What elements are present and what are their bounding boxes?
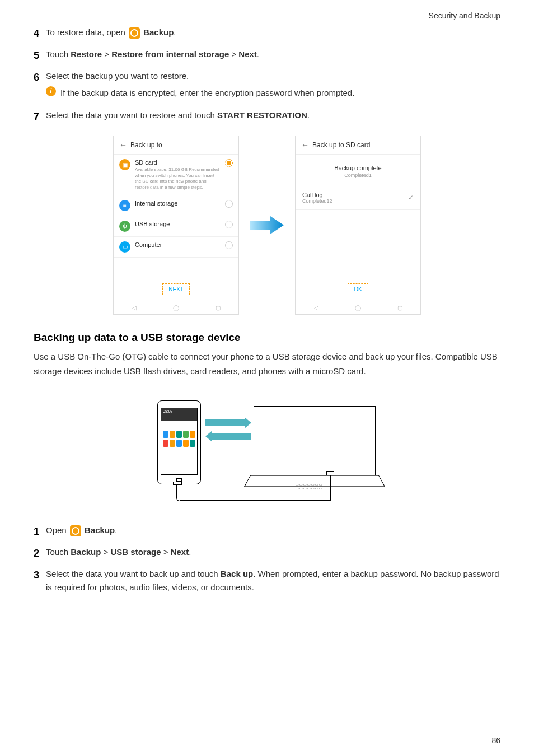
screen-header: ← Back up to SD card [296,136,420,155]
row-title: USB storage [135,221,221,227]
back-icon[interactable]: ← [119,141,127,150]
cable-plug [326,471,334,475]
cable-segment [330,474,331,501]
step-num: 4 [34,26,46,42]
result-list: Backup complete Completed1 Call log Comp… [296,155,420,278]
row-title: SD card [135,159,221,166]
b: Next [238,49,257,59]
screen-backup-to: ← Back up to ▣ SD card Available space: … [113,136,239,315]
next-button[interactable]: NEXT [162,283,190,295]
screen-header: ← Back up to [114,136,238,155]
screen-footer: OK [296,278,420,301]
nav-back-icon[interactable]: ◁ [132,305,137,311]
b: Back up [221,569,253,578]
nav-recent-icon[interactable]: ▢ [216,305,221,311]
arrow-right-icon [250,214,284,236]
row-computer[interactable]: ▭ Computer [114,237,238,258]
step-text: To restore data, open [46,27,128,37]
complete-banner: Backup complete Completed1 [296,155,420,186]
screen-backup-complete: ← Back up to SD card Backup complete Com… [295,136,421,315]
breadcrumb: Security and Backup [34,11,500,20]
t: > [161,547,171,557]
b: Restore from internal storage [111,49,229,59]
step-body: Select the data you want to restore and … [46,109,500,122]
step-7: 7 Select the data you want to restore an… [34,109,500,125]
complete-subtitle: Completed1 [301,172,415,178]
radio-unselected[interactable] [225,241,233,249]
laptop-keyboard: ▭▭▭▭▭▭▭▭▭▭▭▭▭▭ [296,482,323,490]
step-body: Select the backup you want to restore. i… [46,69,500,103]
b: Next [171,547,189,557]
radio-unselected[interactable] [225,200,233,208]
laptop-screen [254,406,376,479]
b: Backup [71,547,101,557]
step-num: 7 [34,109,46,125]
illustration-wrap: 08:08 ▭▭▭▭▭▭▭▭▭▭▭▭▭▭ [34,395,500,507]
t: . [257,49,259,59]
row-usb[interactable]: ψ USB storage [114,216,238,237]
section-body: Use a USB On-The-Go (OTG) cable to conne… [34,349,500,378]
t: Select the data you want to restore and … [46,110,217,120]
t: Touch [46,49,71,59]
nav-home-icon[interactable]: ◯ [355,305,361,311]
section-heading: Backing up data to a USB storage device [34,332,500,344]
back-icon[interactable]: ← [301,141,309,150]
info-icon: i [46,86,56,96]
step-b1: 1 Open Backup. [34,524,500,540]
android-navbar: ◁ ◯ ▢ [296,301,420,314]
row-texts: SD card Available space: 31.06 GB Recomm… [135,159,221,190]
svg-marker-0 [250,216,284,234]
item-title: Call log [302,192,332,198]
t: Touch [46,547,71,557]
storage-list: ▣ SD card Available space: 31.06 GB Reco… [114,155,238,278]
b: Restore [71,49,102,59]
sd-card-icon: ▣ [119,159,130,170]
step-bold: Backup [143,27,174,37]
row-internal[interactable]: ≡ Internal storage [114,195,238,216]
info-row: i If the backup data is encrypted, enter… [46,86,500,100]
step-body: Touch Restore > Restore from internal st… [46,48,500,61]
step-text: Select the backup you want to restore. [46,69,500,83]
step-b3: 3 Select the data you want to back up an… [34,567,500,594]
step-num: 6 [34,69,46,86]
row-title: Computer [135,241,221,248]
step-6: 6 Select the backup you want to restore.… [34,69,500,103]
backup-app-icon [129,27,140,39]
row-subtitle: Available space: 31.06 GB Recommended wh… [135,167,221,190]
t: > [101,547,110,557]
step-num: 2 [34,545,46,562]
row-title: Internal storage [135,200,221,207]
step-num: 1 [34,524,46,540]
cable-segment [176,484,181,501]
nav-home-icon[interactable]: ◯ [173,305,179,311]
transfer-arrows-icon [205,417,256,445]
nav-recent-icon[interactable]: ▢ [397,305,402,311]
nav-back-icon[interactable]: ◁ [314,305,318,311]
step-4: 4 To restore data, open Backup. [34,26,500,42]
phone-outline: 08:08 [157,400,201,484]
radio-unselected[interactable] [225,221,233,228]
item-subtitle: Completed12 [302,198,332,204]
computer-icon: ▭ [119,241,130,253]
t: > [102,49,111,59]
b: START RESTORATION [217,110,307,120]
step-body: To restore data, open Backup. [46,26,500,39]
t: > [229,49,238,59]
screen-title: Back up to SD card [312,141,370,149]
row-sd-card[interactable]: ▣ SD card Available space: 31.06 GB Reco… [114,155,238,195]
radio-selected[interactable] [225,159,233,167]
step-body: Touch Backup > USB storage > Next. [46,545,500,559]
screen-footer: NEXT [114,278,238,301]
check-icon: ✓ [408,194,414,202]
t: . [307,110,310,120]
step-5: 5 Touch Restore > Restore from internal … [34,48,500,64]
t: . [189,547,191,557]
ok-button[interactable]: OK [348,283,368,295]
internal-storage-icon: ≡ [119,200,130,211]
screen-title: Back up to [130,141,162,149]
step-num: 5 [34,48,46,64]
step-body: Select the data you want to back up and … [46,567,500,594]
info-text: If the backup data is encrypted, enter t… [60,86,354,100]
android-navbar: ◁ ◯ ▢ [114,301,238,314]
screens-row: ← Back up to ▣ SD card Available space: … [34,136,500,315]
